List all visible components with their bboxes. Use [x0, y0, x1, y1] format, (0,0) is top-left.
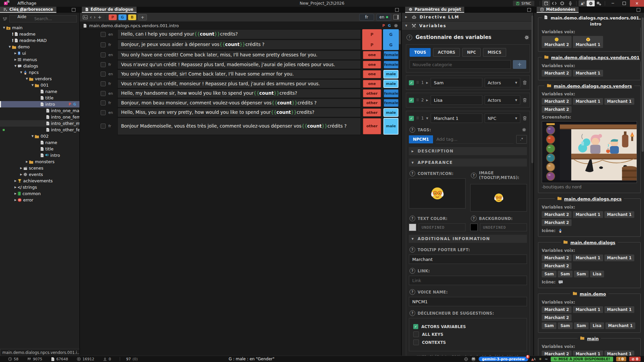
metadata-card-title[interactable]: main	[587, 336, 599, 342]
format-g-button[interactable]: G	[118, 14, 126, 20]
gender-badge[interactable]: female	[384, 99, 398, 107]
nav-back-icon[interactable]: ‹	[90, 15, 92, 19]
voice-chip[interactable]: Lisa	[590, 271, 604, 277]
chevron-right-icon[interactable]: ▶	[426, 81, 428, 84]
tree-item-error[interactable]: ▶error	[0, 197, 79, 203]
add-icon[interactable]: +	[98, 15, 102, 19]
dialogue-text[interactable]: You only have one credit, sir! Come back…	[117, 70, 361, 79]
dialogue-text[interactable]: Bonjour Mademoiselle, vous êtes très jol…	[117, 118, 361, 135]
chevron-right-icon[interactable]: ▶	[13, 58, 17, 61]
row-checkbox[interactable]	[101, 124, 106, 129]
tooltip-footer-input[interactable]	[409, 255, 527, 264]
row-checkbox[interactable]	[101, 32, 106, 37]
menu-aide[interactable]: Aide	[13, 13, 40, 20]
chevron-down-icon[interactable]: ▼	[2, 26, 6, 29]
drag-handle-icon[interactable]: ⠿	[416, 116, 419, 121]
add-tag-input[interactable]	[436, 135, 514, 144]
help-icon[interactable]: ?	[410, 289, 415, 295]
dialogue-text[interactable]: Hello, my handsome sir, how would you li…	[117, 89, 361, 98]
warning-counter[interactable]: !0	[616, 357, 626, 361]
metadata-card-title[interactable]: main.demo.dialogs.npcs	[564, 196, 622, 202]
section-additional-information[interactable]: ▼ADDITIONAL INFORMATION	[409, 235, 527, 243]
metadata-scrollbar[interactable]	[642, 17, 644, 152]
tree-item-intro_one_female[interactable]: intro_one_female	[0, 114, 79, 120]
dialogue-text[interactable]: Bonjour, je peux vous aider à dépenser v…	[117, 40, 361, 50]
drag-handle-icon[interactable]: ⠿	[416, 81, 419, 85]
m-avatar-icon[interactable]: M	[471, 357, 476, 361]
voice-chip[interactable]: Sam	[574, 322, 589, 329]
maximize-button[interactable]	[619, 0, 630, 7]
row-checkbox[interactable]	[101, 72, 106, 77]
chevron-down-icon[interactable]: ▼	[31, 84, 35, 87]
settings-maximize-icon[interactable]	[527, 8, 531, 12]
tree-item-vendors[interactable]: ▼vendors	[0, 76, 79, 82]
dialogue-row[interactable]: frBonjour, mon beau monsieur, comment vo…	[80, 98, 401, 108]
checkbox-checked-icon[interactable]: ✓	[413, 324, 418, 329]
tree-item-readme[interactable]: !readme	[0, 31, 79, 37]
row-checkbox[interactable]	[101, 110, 106, 115]
tree-item-intro[interactable]: intro	[0, 152, 79, 159]
menu-llm[interactable]: LLM	[13, 7, 40, 13]
tree-item-achievements[interactable]: ▶achievements	[0, 178, 79, 184]
menu-affichage[interactable]: Affichage	[13, 0, 40, 7]
tree-item-readme-mad[interactable]: !readme-MAD	[0, 37, 79, 44]
voice-chip[interactable]: Marchant 2	[542, 255, 572, 261]
metadata-card-title[interactable]: main.demo	[580, 291, 606, 297]
row-checkbox[interactable]	[101, 52, 106, 57]
image-insert-icon[interactable]	[83, 15, 88, 20]
dialogue-row[interactable]: frBonjour Mademoiselle, vous êtes très j…	[80, 118, 401, 135]
plural-badge[interactable]: one	[363, 51, 381, 59]
actor-name-field[interactable]: Sam	[431, 78, 482, 87]
suggestion-option[interactable]: ✓ACTORS VARIABLES	[413, 324, 523, 329]
checkbox-unchecked-icon[interactable]	[413, 331, 419, 337]
new-category-input[interactable]	[410, 60, 511, 69]
tree-maximize-icon[interactable]	[72, 8, 75, 12]
tree-item-intro_one_male[interactable]: intro_one_male	[0, 107, 79, 114]
actor-row-sam[interactable]: ✓⠿1▶SamActors▼	[406, 75, 530, 90]
voice-chip[interactable]: Marchant 1	[573, 255, 603, 261]
voice-chip[interactable]: Marchant 2	[542, 98, 572, 105]
voice-chip[interactable]: Sam	[558, 271, 573, 277]
actor-category-select[interactable]: Actors▼	[485, 78, 520, 87]
metadata-card-title[interactable]: main.demo.dialogs.npcs.vendors.001	[551, 55, 640, 61]
chevron-right-icon[interactable]: ▶	[25, 160, 29, 163]
gender-badge[interactable]: male	[384, 108, 398, 117]
chevron-down-icon[interactable]: ▼	[19, 71, 23, 74]
plural-badge[interactable]: one	[363, 70, 381, 78]
tree-item-demo[interactable]: ▼demo	[0, 44, 79, 50]
model-selector[interactable]: gemini-3-pro-preview 8	[479, 357, 528, 361]
suggestion-option[interactable]: ALL KEYS	[413, 331, 523, 337]
voice-chip[interactable]: Lisa	[590, 322, 604, 329]
npc-name-field[interactable]: Marchant 1	[431, 114, 482, 123]
gender-column-cell[interactable]: GG	[383, 29, 399, 50]
error-counter[interactable]: ⊘0	[629, 357, 641, 361]
row-checkbox[interactable]	[101, 81, 106, 86]
globe-icon[interactable]	[464, 357, 468, 361]
close-button[interactable]: ×	[630, 0, 644, 7]
actor-name-field[interactable]: Lisa	[431, 95, 482, 105]
dialogue-text[interactable]: Hello, can I help you spend your {{count…	[117, 29, 361, 39]
voice-chip[interactable]: Marchant 1	[604, 211, 634, 218]
dialogue-row[interactable]: enYou only have one credit, sir! Come ba…	[80, 70, 401, 79]
dialogue-row[interactable]: frVous n'avez qu'un crédit, monsieur ! R…	[80, 79, 401, 89]
tree-item-dialogs[interactable]: ▼dialogs	[0, 63, 79, 69]
actor-category-select[interactable]: Actors▼	[485, 95, 520, 105]
screenshot-thumbnail[interactable]	[542, 121, 637, 183]
npc-category-select[interactable]: NPC▼	[485, 114, 520, 123]
nav-forward-icon[interactable]: ›	[94, 15, 96, 19]
gender-badge[interactable]: male	[384, 118, 398, 134]
tree-item-events[interactable]: ▶events	[0, 171, 79, 178]
chevron-right-icon[interactable]: ▶	[426, 99, 428, 102]
help-icon[interactable]: ?	[410, 268, 415, 274]
regex-button[interactable]: .*	[516, 135, 527, 144]
tree-item-scenes[interactable]: ▶scenes	[0, 165, 79, 171]
tree-item-intro_other_male[interactable]: intro_other_male	[0, 120, 79, 127]
chevron-right-icon[interactable]: ▶	[13, 179, 17, 182]
background-swatch[interactable]	[470, 224, 478, 231]
help-icon[interactable]: ?	[407, 35, 412, 40]
dialogue-row[interactable]: enYou only have one credit! Come back la…	[80, 50, 401, 60]
checkbox-unchecked-icon[interactable]	[413, 340, 419, 345]
section-variables[interactable]: ▼ Variables	[402, 21, 534, 30]
section-appearance[interactable]: ▼APPEARANCE	[409, 159, 527, 167]
voice-chip[interactable]: Marchant 1	[573, 306, 603, 313]
